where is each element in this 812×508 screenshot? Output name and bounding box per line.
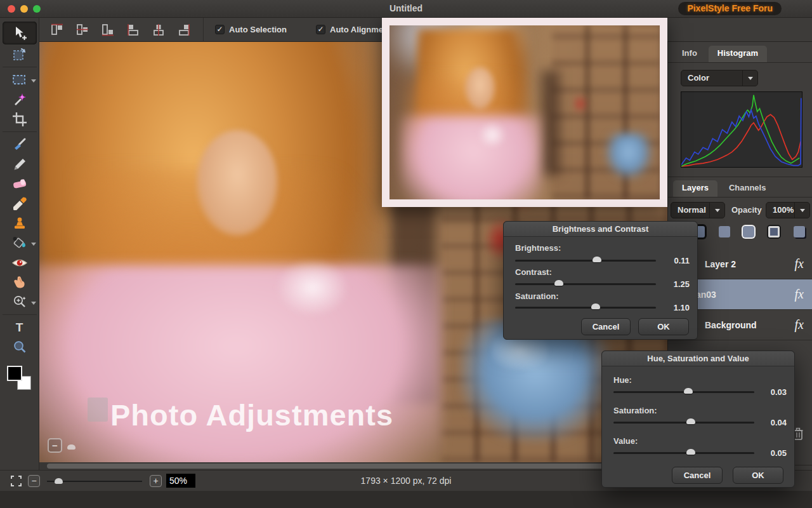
saturation-label: Saturation: <box>613 406 657 415</box>
text-tool-glyph: T <box>16 321 23 335</box>
text-tool[interactable]: T <box>3 318 37 337</box>
magic-wand-icon <box>11 91 28 108</box>
move-tool[interactable] <box>3 22 37 44</box>
hue-slider-thumb[interactable] <box>684 388 693 394</box>
brush-icon <box>11 137 28 153</box>
paint-bucket-options-chevron[interactable] <box>31 243 36 246</box>
eraser-tool[interactable] <box>3 174 37 194</box>
move-arrow-icon <box>11 25 28 41</box>
layer-fx-button[interactable]: fx <box>795 287 804 302</box>
auto-alignment-checkbox-row[interactable]: ✓ Auto Alignment <box>316 25 391 34</box>
bottom-filler <box>0 491 812 508</box>
zoom-options-chevron[interactable] <box>31 302 36 305</box>
contrast-value: 1.25 <box>659 279 690 289</box>
align-bottom-edge-button[interactable] <box>176 22 192 37</box>
eraser-icon <box>11 176 28 192</box>
layer-fx-button[interactable]: fx <box>795 257 804 271</box>
watermark-artifact <box>88 398 108 422</box>
hue-slider[interactable] <box>613 391 754 393</box>
license-badge[interactable]: PixelStyle Free Foru <box>678 2 782 15</box>
color-swatches[interactable] <box>7 366 32 391</box>
tab-histogram[interactable]: Histogram <box>709 46 767 62</box>
value-label: Value: <box>613 436 638 446</box>
transform-icon <box>11 46 28 63</box>
auto-alignment-checkbox[interactable]: ✓ <box>316 25 325 34</box>
options-divider <box>203 18 204 42</box>
layer-option-button-3[interactable] <box>743 226 754 237</box>
horizontal-scrollbar <box>39 462 667 470</box>
brightness-slider-thumb[interactable] <box>593 257 601 262</box>
divider <box>668 62 812 63</box>
cancel-button[interactable]: Cancel <box>672 467 723 484</box>
clone-stamp-tool[interactable] <box>3 213 37 233</box>
brightness-contrast-dialog: Brightness and Contrast Brightness: 0.11… <box>503 221 698 340</box>
dropdown-arrow-icon <box>794 203 809 218</box>
opacity-value: 100% <box>773 205 794 215</box>
horizontal-scrollbar-thumb[interactable] <box>47 464 608 469</box>
layer-name: Layer 2 <box>705 259 795 269</box>
align-left-edge-button[interactable] <box>49 22 65 37</box>
saturation-slider-thumb[interactable] <box>686 418 695 424</box>
auto-selection-checkbox[interactable]: ✓ <box>215 25 225 34</box>
layer-option-button-5[interactable] <box>794 226 805 237</box>
brightness-value: 0.11 <box>659 256 690 265</box>
toolbox-divider <box>3 67 37 67</box>
ok-button[interactable]: OK <box>638 318 689 335</box>
smudge-tool[interactable] <box>3 272 37 292</box>
align-h-center-button[interactable] <box>75 22 90 37</box>
magnifier-icon <box>11 339 28 356</box>
align-v-center-button[interactable] <box>151 22 166 37</box>
zoom-in-icon <box>11 294 28 311</box>
blend-mode-value: Normal <box>678 205 706 215</box>
transform-tool[interactable] <box>3 44 37 64</box>
saturation-slider[interactable] <box>613 422 754 424</box>
zoom-tool[interactable] <box>3 337 37 357</box>
watermark-text: Photo Adjustments <box>110 398 393 432</box>
dialog-title: Hue, Saturation and Value <box>602 351 794 366</box>
align-top-edge-button[interactable] <box>126 22 141 37</box>
value-slider-thumb[interactable] <box>686 449 695 455</box>
saturation-slider[interactable] <box>515 307 656 309</box>
layer-option-button-2[interactable] <box>719 226 730 237</box>
title-bar: Untitled PixelStyle Free Foru <box>0 0 812 18</box>
toolbox: T <box>0 18 39 470</box>
brightness-slider[interactable] <box>515 260 656 262</box>
zoom-in-tool[interactable] <box>3 292 37 312</box>
tab-info[interactable]: Info <box>673 46 706 62</box>
marquee-options-chevron[interactable] <box>31 79 36 83</box>
dialog-title: Brightness and Contrast <box>504 222 697 237</box>
value-slider[interactable] <box>613 452 754 454</box>
cancel-button[interactable]: Cancel <box>581 318 631 335</box>
magic-wand-tool[interactable] <box>3 90 37 109</box>
divider <box>668 177 812 177</box>
toolbox-divider <box>3 131 37 132</box>
canvas-zoom-slider-thumb[interactable] <box>67 444 75 450</box>
opacity-dropdown[interactable]: 100% <box>766 202 810 218</box>
auto-selection-checkbox-row[interactable]: ✓ Auto Selection <box>215 25 287 34</box>
eyedropper-tool[interactable] <box>3 194 37 213</box>
canvas-zoom-out-button[interactable]: − <box>48 438 62 453</box>
preview-photo <box>390 25 660 199</box>
red-eye-tool[interactable] <box>3 253 37 272</box>
layers-channels-tabs: Layers Channels <box>668 180 812 197</box>
layer-option-button-4[interactable] <box>768 226 780 237</box>
saturation-slider-thumb[interactable] <box>591 304 600 309</box>
info-histogram-tabs: Info Histogram <box>668 46 812 62</box>
pencil-tool[interactable] <box>3 154 37 174</box>
contrast-slider[interactable] <box>515 283 656 285</box>
tab-channels[interactable]: Channels <box>720 180 775 197</box>
ok-button[interactable]: OK <box>733 467 783 484</box>
brush-tool[interactable] <box>3 135 37 154</box>
tab-layers[interactable]: Layers <box>673 180 717 197</box>
marquee-selection-tool[interactable] <box>3 70 37 90</box>
layer-fx-button[interactable]: fx <box>795 318 804 332</box>
blend-mode-dropdown[interactable]: Normal <box>671 202 725 218</box>
foreground-color-swatch[interactable] <box>7 366 22 381</box>
contrast-slider-thumb[interactable] <box>554 280 563 286</box>
paint-bucket-tool[interactable] <box>3 233 37 253</box>
align-right-edge-button[interactable] <box>100 22 115 37</box>
crop-tool[interactable] <box>3 109 37 129</box>
hsv-dialog: Hue, Saturation and Value Hue: 0.03 Satu… <box>601 351 795 488</box>
histogram-channel-dropdown[interactable]: Color <box>681 70 758 86</box>
preview-window[interactable] <box>382 18 667 207</box>
